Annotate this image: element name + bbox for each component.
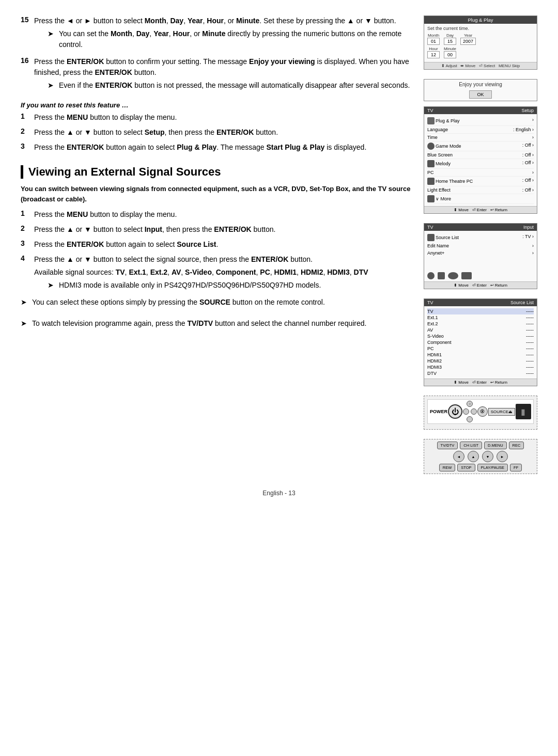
setup-row-pc: PC ›	[427, 169, 534, 177]
remote-power-screenshot: POWER ⏻ ○ ⦿ SOURCE⏏ ▮	[424, 396, 537, 430]
source-title: Source List	[510, 300, 534, 305]
viewing-step-2: 2 Press the ▲ or ▼ button to select Inpu…	[21, 224, 413, 235]
hdmi-note: ➤ HDMI3 mode is available only in PS42Q9…	[48, 280, 413, 291]
signal-sources-text: Available signal sources: TV, Ext.1, Ext…	[34, 267, 413, 278]
source-header: TV Source List	[424, 299, 537, 306]
viewing-step-1: 1 Press the MENU button to display the m…	[21, 209, 413, 220]
arrow-icon: ➤	[48, 28, 56, 50]
viewing-step-3: 3 Press the ENTER/OK button again to sel…	[21, 239, 413, 250]
step-15-note-text: You can set the Month, Day, Year, Hour, …	[59, 28, 413, 50]
stop-key[interactable]: STOP	[457, 464, 475, 471]
page-footer: English - 13	[21, 490, 537, 497]
viewing-step-2-num: 2	[21, 224, 30, 235]
remote-power-area: POWER ⏻ ○ ⦿ SOURCE⏏ ▮	[427, 399, 534, 424]
section-viewing-divider: Viewing an External Signal Sources	[21, 165, 413, 179]
pp-month-field: Month 01	[427, 33, 440, 45]
input-body: Source List : TV › Edit Name › Anynet+ ›	[424, 231, 537, 281]
remote-keys-row1: TV/DTV CH LIST D.MENU REC	[426, 442, 535, 449]
step-16-note: ➤ Even if the ENTER/OK button is not pre…	[48, 80, 413, 91]
reset-step-3-num: 3	[21, 142, 30, 153]
setup-icon-1	[427, 117, 435, 124]
viewing-step-3-text: Press the ENTER/OK button again to selec…	[34, 239, 413, 250]
d-menu-key[interactable]: D.MENU	[484, 442, 507, 449]
step-15-num: 15	[21, 15, 30, 52]
setup-row-melody: Melody : Off ›	[427, 159, 534, 169]
play-pause-key[interactable]: PLAY/PAUSE	[477, 464, 508, 471]
setup-row-blue-screen: Blue Screen : Off ›	[427, 151, 534, 159]
reset-step-2-num: 2	[21, 127, 30, 138]
enjoy-screenshot: Enjoy your viewing OK	[424, 79, 537, 101]
viewing-step-3-num: 3	[21, 239, 30, 250]
source-tv-label: TV	[427, 300, 433, 305]
input-icon-1	[427, 234, 435, 241]
pp-footer: ⬍ Adjust ⬌ Move ⏎ Select MENU Skip	[424, 62, 537, 69]
left-column: 15 Press the ◄ or ► button to select Mon…	[21, 15, 413, 474]
power-button-icon[interactable]: ⏻	[448, 404, 462, 419]
viewing-step-4-text: Press the ▲ or ▼ button to select the si…	[34, 254, 413, 293]
reset-step-1-text: Press the MENU button to display the men…	[34, 112, 413, 123]
ch-list-key[interactable]: CH LIST	[460, 442, 482, 449]
source-row-hdmi3: HDMI3 -----	[427, 364, 534, 370]
setup-row-plug-play: Plug & Play ›	[427, 116, 534, 126]
source-button-note: ➤ You can select these options simply by…	[21, 297, 413, 308]
source-row-pc: PC -----	[427, 345, 534, 352]
source-list-screenshot: TV Source List TV ----- Ext.1 ----- Ext.…	[424, 298, 537, 386]
right-column: Plug & Play Set the current time. Month …	[424, 15, 537, 474]
input-icon-3	[438, 272, 445, 279]
arrow-left-key[interactable]: ◄	[453, 451, 464, 462]
reset-step-3-text: Press the ENTER/OK button again to selec…	[34, 142, 413, 153]
footer-text: English - 13	[262, 490, 295, 497]
reset-step-1-num: 1	[21, 112, 30, 123]
ff-key[interactable]: FF	[510, 464, 522, 471]
viewing-step-4-num: 4	[21, 254, 30, 293]
step-16-note-text: Even if the ENTER/OK button is not press…	[59, 80, 410, 91]
pp-minute-field: Minute 00	[444, 46, 456, 58]
rec-key[interactable]: REC	[509, 442, 524, 449]
source-button-remote[interactable]: SOURCE⏏	[488, 408, 515, 416]
rew-key[interactable]: REW	[439, 464, 456, 471]
source-row-ext2: Ext.2 -----	[427, 321, 534, 327]
setup-plug-play-arrow: ›	[532, 117, 534, 124]
reset-section: If you want to reset this feature … 1 Pr…	[21, 101, 413, 153]
tv-dtv-key[interactable]: TV/DTV	[437, 442, 458, 449]
remote-keys-row2: REW STOP PLAY/PAUSE FF	[426, 464, 535, 471]
setup-body: Plug & Play › Language : English › Time …	[424, 114, 537, 206]
hdmi-note-text: HDMI3 mode is available only in PS42Q97H…	[59, 280, 321, 291]
remote-small-btn-2[interactable]	[463, 408, 469, 415]
remote-small-btn-1[interactable]: ○	[467, 401, 473, 407]
setup-plug-play-label: Plug & Play	[436, 118, 460, 123]
pp-hour-value: 12	[427, 51, 440, 58]
input-screenshot: TV Input Source List : TV › Edit Name › …	[424, 223, 537, 289]
source-row-component: Component -----	[427, 339, 534, 345]
remote-center-btn[interactable]: ⦿	[477, 406, 488, 417]
reset-step-3: 3 Press the ENTER/OK button again to sel…	[21, 142, 413, 153]
source-row-tv: TV -----	[427, 308, 534, 314]
step-16-num: 16	[21, 56, 30, 93]
source-footer: ⬍ Move ⏎ Enter ↩ Return	[424, 379, 537, 386]
up-key[interactable]: ▲	[468, 451, 479, 462]
reset-title: If you want to reset this feature …	[21, 101, 413, 109]
input-row-edit-name: Edit Name ›	[427, 242, 534, 249]
remote-small-btn-3[interactable]	[471, 408, 477, 415]
down-key[interactable]: ▼	[482, 451, 493, 462]
tv-dtv-text: To watch television programme again, pre…	[32, 318, 366, 329]
section-viewing-title: Viewing an External Signal Sources	[28, 165, 413, 179]
setup-row-time: Time ›	[427, 134, 534, 141]
reset-step-2: 2 Press the ▲ or ▼ button to select Setu…	[21, 127, 413, 138]
remote-small-btn-4[interactable]	[467, 416, 473, 422]
source-row-hdmi1: HDMI1 -----	[427, 352, 534, 358]
enjoy-ok-button[interactable]: OK	[469, 90, 491, 99]
reset-step-2-text: Press the ▲ or ▼ button to select Setup,…	[34, 127, 413, 138]
viewing-step-1-text: Press the MENU button to display the men…	[34, 209, 413, 220]
setup-icon-5	[427, 195, 435, 202]
tv-dtv-note: ➤ To watch television programme again, p…	[21, 318, 413, 329]
pp-hour-field: Hour 12	[427, 46, 440, 58]
arrow-right-key[interactable]: ►	[497, 451, 508, 462]
setup-tv-label: TV	[427, 108, 433, 113]
main-content: 15 Press the ◄ or ► button to select Mon…	[21, 15, 537, 474]
input-footer: ⬍ Move ⏎ Enter ↩ Return	[424, 281, 537, 289]
plug-play-header: Plug & Play	[424, 16, 537, 24]
setup-icon-3	[427, 160, 435, 167]
pp-month-label: Month	[428, 33, 439, 38]
pp-subtitle: Set the current time.	[427, 26, 534, 31]
